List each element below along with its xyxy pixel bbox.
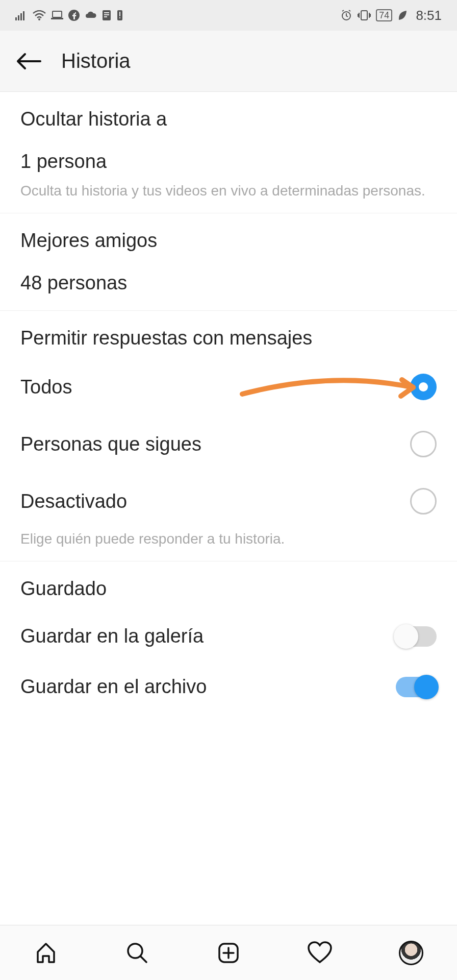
app-header: Historia — [0, 31, 457, 92]
reply-option-off-label: Desactivado — [20, 491, 127, 512]
alert-icon — [116, 10, 123, 21]
reply-option-following[interactable]: Personas que sigues — [20, 431, 437, 457]
allow-replies-desc: Elige quién puede responder a tu histori… — [20, 530, 437, 548]
bottom-nav — [0, 925, 457, 980]
svg-rect-1 — [18, 15, 19, 20]
alarm-icon — [340, 9, 352, 21]
nav-create[interactable] — [213, 938, 244, 968]
leaf-icon — [397, 10, 408, 21]
best-friends-section[interactable]: Mejores amigos 48 personas — [0, 213, 457, 311]
svg-rect-9 — [104, 12, 109, 13]
content-area: Ocultar historia a 1 persona Oculta tu h… — [0, 92, 457, 718]
arrow-left-icon — [14, 51, 42, 71]
svg-rect-11 — [104, 16, 107, 17]
battery-icon: 74 — [376, 9, 392, 21]
reply-option-todos-label: Todos — [20, 376, 72, 398]
nav-search[interactable] — [122, 938, 153, 968]
nav-profile[interactable] — [396, 938, 426, 968]
reply-option-todos[interactable]: Todos — [20, 374, 437, 400]
search-icon — [125, 941, 149, 965]
annotation-arrow-icon — [240, 375, 423, 405]
best-friends-title: Mejores amigos — [20, 230, 437, 252]
facebook-icon — [68, 10, 80, 21]
save-archive-label: Guardar en el archivo — [20, 676, 207, 698]
svg-rect-10 — [104, 14, 109, 15]
cloud-icon — [85, 11, 97, 20]
svg-rect-2 — [20, 13, 22, 20]
save-archive-toggle[interactable] — [396, 677, 437, 697]
hide-story-section[interactable]: Ocultar historia a 1 persona Oculta tu h… — [0, 92, 457, 213]
saved-section: Guardado Guardar en la galería Guardar e… — [0, 561, 457, 718]
svg-rect-16 — [361, 11, 367, 20]
back-button[interactable] — [10, 43, 46, 79]
allow-replies-section: Permitir respuestas con mensajes Todos P… — [0, 311, 457, 561]
status-time: 8:51 — [416, 8, 442, 23]
best-friends-value: 48 personas — [20, 272, 437, 294]
save-gallery-row[interactable]: Guardar en la galería — [20, 625, 437, 647]
radio-unselected-icon[interactable] — [410, 488, 437, 514]
home-icon — [34, 941, 58, 965]
plus-square-icon — [216, 941, 241, 965]
svg-rect-5 — [53, 11, 62, 17]
status-left-icons — [15, 10, 123, 21]
save-gallery-toggle[interactable] — [396, 626, 437, 647]
reply-option-following-label: Personas que sigues — [20, 433, 201, 455]
hide-story-value: 1 persona — [20, 151, 437, 173]
page-icon — [102, 10, 111, 21]
save-archive-row[interactable]: Guardar en el archivo — [20, 676, 437, 698]
hide-story-desc: Oculta tu historia y tus videos en vivo … — [20, 182, 437, 200]
laptop-icon — [51, 11, 63, 20]
svg-rect-3 — [23, 11, 24, 20]
heart-icon — [307, 941, 333, 965]
radio-selected-icon[interactable] — [410, 374, 437, 400]
nav-home[interactable] — [31, 938, 61, 968]
svg-rect-6 — [51, 18, 63, 19]
svg-rect-0 — [15, 17, 17, 20]
svg-rect-13 — [119, 12, 120, 16]
save-gallery-label: Guardar en la galería — [20, 625, 204, 647]
hide-story-title: Ocultar historia a — [20, 108, 437, 130]
reply-option-off[interactable]: Desactivado — [20, 488, 437, 514]
status-right-icons: 74 8:51 — [340, 8, 442, 23]
nav-activity[interactable] — [304, 938, 335, 968]
signal-icon — [15, 10, 28, 20]
wifi-icon — [33, 10, 46, 20]
svg-point-4 — [38, 18, 40, 20]
saved-title: Guardado — [20, 578, 437, 600]
vibrate-icon — [358, 10, 371, 21]
page-title: Historia — [61, 50, 131, 72]
radio-unselected-icon[interactable] — [410, 431, 437, 457]
svg-rect-14 — [119, 17, 120, 18]
avatar-icon — [399, 941, 423, 965]
allow-replies-title: Permitir respuestas con mensajes — [20, 327, 437, 349]
status-bar: 74 8:51 — [0, 0, 457, 31]
